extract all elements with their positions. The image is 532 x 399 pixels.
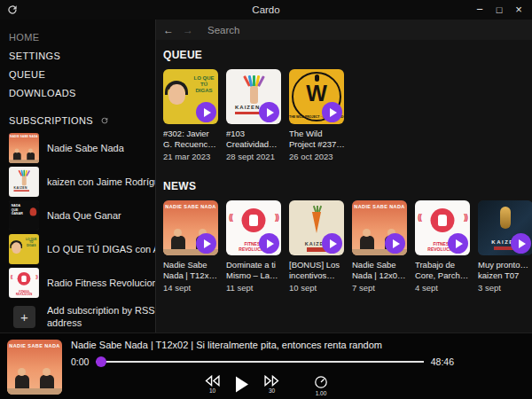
episode-date: 3 sept	[478, 283, 532, 293]
episode-cover-art: KAIZEN	[478, 200, 532, 255]
play-episode-icon[interactable]	[511, 233, 531, 254]
episode-cover-art: (( )) FITNESS REVOLUCIÓN	[415, 200, 470, 255]
speed-value-label: 1.00	[316, 390, 327, 396]
subscriptions-refresh-icon[interactable]	[100, 116, 109, 125]
speed-gauge-icon	[314, 375, 328, 389]
play-episode-icon[interactable]	[259, 102, 279, 122]
sidebar-item-home[interactable]: HOME	[9, 28, 155, 47]
subscription-list: NADIE SABE NADA Nadie Sabe Nada KAIZEN k…	[9, 133, 155, 298]
play-episode-icon[interactable]	[448, 233, 468, 254]
sidebar-item-queue[interactable]: QUEUE	[9, 66, 155, 84]
subscription-name: Nadie Sabe Nada	[47, 143, 124, 153]
subscription-name: kaizen con Jaime Rodrígu…	[47, 176, 155, 187]
queue-episode-card[interactable]: LO QUE TÚ DIGAS #302: Javier G. Recuenco…	[163, 69, 220, 161]
subscription-name: Nada Que Ganar	[47, 210, 121, 221]
refresh-icon-glyph	[6, 4, 19, 16]
episode-cover-art: NADA QUE GANAR	[9, 200, 39, 231]
play-episode-icon[interactable]	[385, 233, 405, 254]
sidebar-subscription-nadie-sabe-nada[interactable]: NADIE SABE NADA Nadie Sabe Nada	[9, 133, 155, 163]
play-button[interactable]	[235, 375, 249, 393]
play-episode-icon[interactable]	[259, 233, 279, 254]
episode-cover-art: LO QUE TÚ DIGAS	[163, 69, 218, 124]
queue-episode-card[interactable]: KAIZEN #103 Creatividad (I):… 28 sept 20…	[226, 69, 283, 161]
play-icon	[235, 376, 249, 393]
player-progress-slider[interactable]	[96, 361, 423, 363]
episode-title: The Wild Project #237 ft Arturo…	[289, 129, 346, 150]
episode-date: 7 sept	[352, 283, 409, 293]
minimize-icon[interactable]: −	[472, 2, 488, 18]
news-episode-row: NADIE SABE NADA Nadie Sabe Nada | T12x02…	[163, 200, 532, 293]
subscription-cover-art: NADIE SABE NADA	[9, 133, 39, 163]
episode-cover-art: (( )) FITNESS REVOLUCIÓN	[226, 200, 281, 255]
episode-cover-art: KAIZEN	[9, 167, 39, 197]
progress-thumb[interactable]	[96, 356, 106, 367]
add-subscription-label: Add subscription by RSS address	[47, 304, 155, 330]
subscriptions-header: SUBSCRIPTIONS	[9, 115, 93, 126]
sidebar-item-downloads[interactable]: DOWNLOADS	[9, 84, 155, 103]
rewind-seconds-label: 10	[209, 387, 215, 394]
episode-cover-art: LO QUE TÚ DIGAS	[9, 234, 39, 264]
sidebar-subscription-kaizen-hand[interactable]: KAIZEN kaizen con Jaime Rodrígu…	[9, 167, 155, 197]
back-icon[interactable]: ←	[161, 24, 176, 36]
forward-icon	[263, 375, 280, 387]
sidebar-item-settings[interactable]: SETTINGS	[9, 47, 155, 66]
rewind-10-button[interactable]: 10	[204, 375, 221, 394]
player-total-time: 48:46	[431, 356, 454, 367]
episode-cover-art: NADIE SABE NADA	[9, 133, 39, 163]
news-episode-card[interactable]: (( )) FITNESS REVOLUCIÓN Trabajo de Core…	[415, 200, 472, 293]
sidebar-nav: HOMESETTINGSQUEUEDOWNLOADS	[9, 28, 155, 103]
subscription-name: LO QUE TÚ DIGAS con Ale…	[47, 244, 155, 254]
episode-date: 21 mar 2023	[163, 152, 220, 161]
episode-title: #103 Creatividad (I):…	[226, 129, 283, 150]
maximize-icon[interactable]: □	[491, 2, 507, 18]
subscription-cover-art: KAIZEN	[9, 167, 39, 197]
queue-episode-row: LO QUE TÚ DIGAS #302: Javier G. Recuenco…	[163, 69, 532, 161]
episode-date: 4 sept	[415, 283, 472, 293]
player-current-time: 0:00	[71, 356, 89, 367]
forward-icon[interactable]: →	[181, 24, 195, 36]
content-area: QUEUE LO QUE TÚ DIGAS #302: Javier G. Re…	[156, 40, 532, 332]
sidebar: HOMESETTINGSQUEUEDOWNLOADS SUBSCRIPTIONS…	[0, 20, 156, 332]
episode-date: 11 sept	[226, 283, 283, 293]
play-episode-icon[interactable]	[322, 102, 342, 122]
titlebar: Cardo − □ ×	[0, 0, 532, 20]
player-controls: 10 30 1.00	[0, 375, 532, 396]
forward-30-button[interactable]: 30	[263, 375, 280, 394]
queue-episode-card[interactable]: WTHE WILD PROJECT · QUALITY PODCAST The …	[289, 69, 346, 161]
news-episode-card[interactable]: KAIZEN Muy pronto… kaizen T07 3 sept	[478, 200, 532, 293]
play-episode-icon[interactable]	[196, 102, 216, 122]
news-episode-card[interactable]: (( )) FITNESS REVOLUCIÓN Dominate a ti M…	[226, 200, 283, 293]
sidebar-subscription-fitness-revolucion[interactable]: (( )) FITNESS REVOLUCIÓN Radio Fitness R…	[9, 268, 155, 298]
episode-title: [BONUS] Los incentivos…	[289, 260, 346, 281]
app-window: Cardo − □ × HOMESETTINGSQUEUEDOWNLOADS S…	[0, 0, 532, 399]
episode-cover-art: WTHE WILD PROJECT · QUALITY PODCAST	[289, 69, 344, 124]
subscription-cover-art: (( )) FITNESS REVOLUCIÓN	[9, 268, 39, 298]
play-episode-icon[interactable]	[322, 233, 342, 254]
sidebar-subscription-nada-que-ganar[interactable]: NADA QUE GANAR Nada Que Ganar	[9, 200, 155, 231]
episode-date: 10 sept	[289, 283, 346, 293]
subscription-name: Radio Fitness Revoluciona…	[47, 278, 155, 288]
player-episode-title: Nadie Sabe Nada | T12x02 | Si literalmen…	[71, 340, 454, 350]
queue-section-header: QUEUE	[163, 49, 532, 61]
episode-cover-art: NADIE SABE NADA	[163, 200, 218, 255]
add-subscription-button[interactable]: + Add subscription by RSS address	[9, 301, 155, 332]
close-icon[interactable]: ×	[511, 2, 527, 18]
news-section-header: NEWS	[163, 180, 532, 192]
refresh-icon[interactable]	[6, 4, 19, 16]
search-input[interactable]	[207, 25, 385, 35]
episode-date: 14 sept	[163, 283, 220, 293]
episode-title: Trabajo de Core, Parches Detox,…	[415, 260, 472, 281]
plus-icon: +	[13, 306, 35, 328]
rewind-icon	[204, 375, 221, 387]
player-progress-row: 0:00 48:46	[71, 356, 454, 367]
news-episode-card[interactable]: KAIZEN [BONUS] Los incentivos… 10 sept	[289, 200, 346, 293]
episode-cover-art: (( )) FITNESS REVOLUCIÓN	[9, 268, 39, 298]
news-episode-card[interactable]: NADIE SABE NADA Nadie Sabe Nada | 12x01 …	[352, 200, 409, 293]
sidebar-subscription-lo-que-tu-digas[interactable]: LO QUE TÚ DIGAS LO QUE TÚ DIGAS con Ale…	[9, 234, 155, 264]
episode-date: 26 oct 2023	[289, 152, 346, 161]
news-episode-card[interactable]: NADIE SABE NADA Nadie Sabe Nada | T12x02…	[163, 200, 220, 293]
window-controls: − □ ×	[472, 2, 532, 18]
playback-speed-button[interactable]: 1.00	[314, 375, 328, 396]
play-episode-icon[interactable]	[196, 233, 216, 254]
forward-seconds-label: 30	[269, 387, 275, 394]
